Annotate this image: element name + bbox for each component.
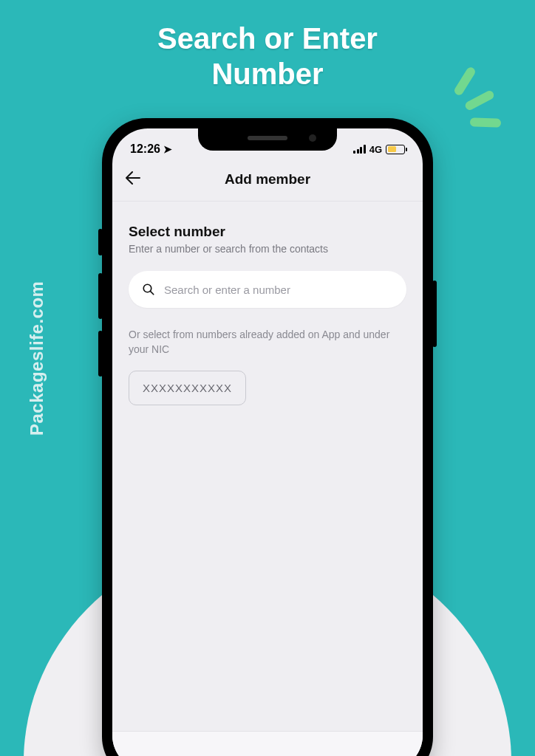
network-label: 4G (369, 144, 382, 155)
phone-side-button (98, 273, 103, 319)
battery-icon (386, 145, 405, 154)
search-box[interactable] (129, 271, 406, 308)
arrow-left-icon (126, 171, 140, 185)
footer-bar (112, 731, 423, 756)
search-input[interactable] (164, 284, 393, 296)
phone-side-button (98, 229, 103, 255)
phone-side-button (98, 331, 103, 377)
phone-notch (198, 128, 337, 151)
phone-screen: 12:26 ➤ 4G Add member Select number Ente… (112, 128, 423, 756)
decorative-burst (440, 72, 514, 146)
content-area: Select number Enter a number or search f… (112, 202, 423, 405)
back-button[interactable] (126, 168, 146, 190)
saved-number-value: XXXXXXXXXXX (143, 382, 232, 394)
section-title: Select number (129, 224, 406, 240)
phone-frame: 12:26 ➤ 4G Add member Select number Ente… (102, 118, 433, 756)
page-title-line1: Search or Enter (157, 22, 378, 55)
phone-side-button (432, 281, 437, 347)
saved-number-chip[interactable]: XXXXXXXXXXX (129, 371, 246, 405)
watermark-text: Packageslife.com (27, 281, 47, 436)
app-header: Add member (112, 161, 423, 202)
svg-line-1 (150, 291, 153, 294)
location-icon: ➤ (163, 143, 172, 155)
signal-icon (353, 145, 366, 154)
status-time: 12:26 (130, 142, 160, 156)
or-select-text: Or select from numbers already added on … (129, 327, 406, 357)
search-icon (142, 283, 155, 296)
section-subtitle: Enter a number or search from the contac… (129, 243, 406, 255)
page-title-line2: Number (211, 58, 323, 90)
header-title: Add member (225, 171, 310, 188)
